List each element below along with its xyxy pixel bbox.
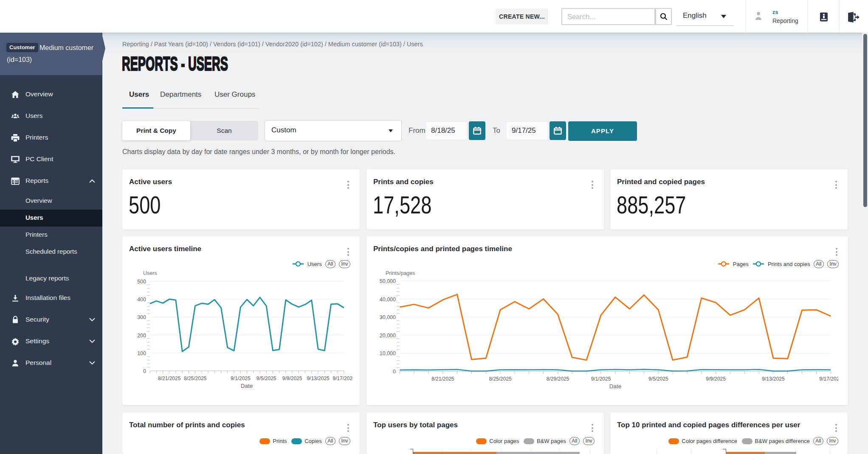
- svg-text:8/21/2025: 8/21/2025: [431, 376, 454, 382]
- svg-text:20,000: 20,000: [380, 333, 396, 339]
- svg-text:9/13/2025: 9/13/2025: [762, 376, 785, 382]
- svg-text:30,000: 30,000: [380, 314, 396, 320]
- svg-text:9/9/2025: 9/9/2025: [282, 376, 302, 381]
- svg-text:9/5/2025: 9/5/2025: [256, 376, 276, 381]
- svg-text:9/17/2025: 9/17/2025: [333, 376, 353, 381]
- svg-text:100: 100: [137, 350, 146, 356]
- svg-text:8/25/2025: 8/25/2025: [184, 376, 207, 381]
- svg-text:Date: Date: [609, 383, 622, 390]
- svg-text:9/1/2025: 9/1/2025: [591, 376, 611, 382]
- svg-text:400: 400: [137, 297, 146, 303]
- svg-text:Prints/pages: Prints/pages: [386, 270, 415, 276]
- svg-text:9/9/2025: 9/9/2025: [706, 376, 726, 382]
- svg-text:0: 0: [393, 369, 396, 375]
- svg-text:8/25/2025: 8/25/2025: [489, 376, 512, 382]
- svg-text:200: 200: [137, 333, 146, 339]
- svg-text:500: 500: [137, 279, 146, 285]
- svg-text:9/13/2025: 9/13/2025: [307, 376, 330, 381]
- svg-text:9/5/2025: 9/5/2025: [648, 376, 668, 382]
- svg-text:0: 0: [143, 368, 146, 374]
- svg-text:Users: Users: [143, 270, 157, 276]
- svg-text:50,000: 50,000: [380, 278, 396, 284]
- svg-text:Date: Date: [241, 383, 253, 389]
- svg-text:8/29/2025: 8/29/2025: [547, 376, 569, 382]
- svg-text:9/17/2025: 9/17/2025: [820, 376, 838, 382]
- svg-text:10,000: 10,000: [380, 350, 396, 356]
- svg-text:40,000: 40,000: [380, 297, 396, 303]
- svg-text:300: 300: [137, 314, 146, 320]
- svg-text:9/1/2025: 9/1/2025: [231, 376, 251, 381]
- svg-text:8/21/2025: 8/21/2025: [158, 376, 181, 381]
